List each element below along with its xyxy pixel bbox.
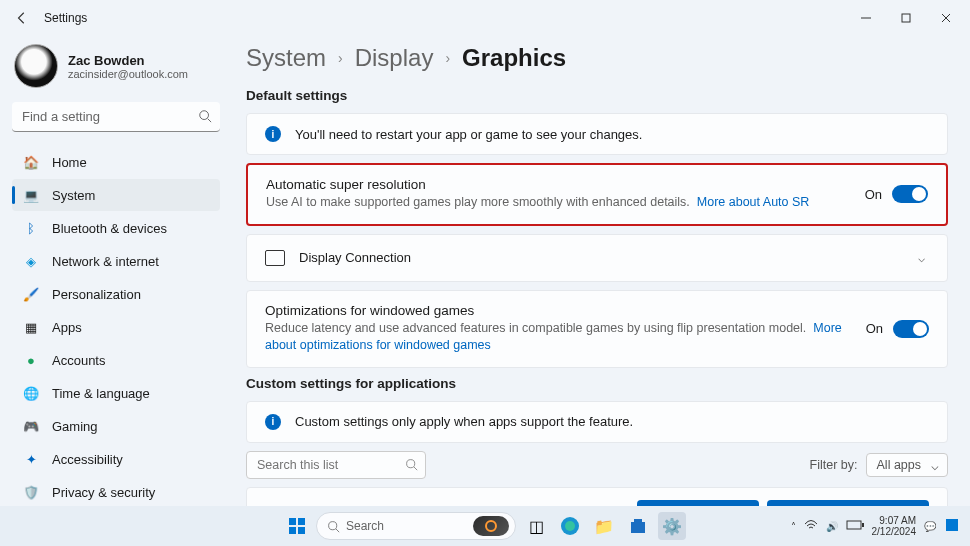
- settings-icon[interactable]: ⚙️: [658, 512, 686, 540]
- asr-title: Automatic super resolution: [266, 177, 851, 192]
- chevron-right-icon: ›: [445, 50, 450, 66]
- window-title: Settings: [44, 11, 87, 25]
- notification-tray-icon[interactable]: 💬: [924, 521, 936, 532]
- avatar: [14, 44, 58, 88]
- svg-point-4: [407, 459, 415, 467]
- close-button[interactable]: [926, 0, 966, 36]
- chevron-down-icon: ⌵: [914, 247, 929, 269]
- asr-toggle[interactable]: [892, 185, 928, 203]
- nav-personalization[interactable]: 🖌️Personalization: [12, 278, 220, 310]
- nav-label: System: [52, 188, 95, 203]
- section-custom: Custom settings for applications: [246, 376, 948, 391]
- explorer-icon[interactable]: 📁: [590, 512, 618, 540]
- taskbar-clock[interactable]: 9:07 AM 2/12/2024: [872, 515, 917, 538]
- nav-privacy[interactable]: 🛡️Privacy & security: [12, 476, 220, 508]
- nav-label: Personalization: [52, 287, 141, 302]
- back-button[interactable]: [4, 0, 40, 36]
- person-icon: ●: [22, 351, 40, 369]
- globe-icon: 🌐: [22, 384, 40, 402]
- filter-label: Filter by:: [810, 458, 858, 472]
- taskbar-time: 9:07 AM: [872, 515, 917, 527]
- svg-point-12: [486, 521, 496, 531]
- custom-info: Custom settings only apply when apps sup…: [295, 414, 929, 429]
- nav-label: Privacy & security: [52, 485, 155, 500]
- svg-line-11: [336, 528, 339, 531]
- user-name: Zac Bowden: [68, 53, 188, 68]
- shield-icon: 🛡️: [22, 483, 40, 501]
- svg-rect-7: [298, 518, 305, 525]
- list-search-input[interactable]: [246, 451, 426, 479]
- nav-network[interactable]: ◈Network & internet: [12, 245, 220, 277]
- settings-search-input[interactable]: [12, 102, 220, 132]
- wifi-icon: ◈: [22, 252, 40, 270]
- accessibility-icon: ✦: [22, 450, 40, 468]
- search-icon: [198, 109, 212, 127]
- svg-rect-16: [634, 519, 642, 522]
- asr-desc: Use AI to make supported games play more…: [266, 194, 851, 212]
- taskbar-search-label: Search: [346, 519, 384, 533]
- home-icon: 🏠: [22, 153, 40, 171]
- edge-icon[interactable]: [556, 512, 584, 540]
- volume-tray-icon[interactable]: 🔊: [826, 521, 838, 532]
- display-connection-label: Display Connection: [299, 250, 900, 265]
- svg-rect-1: [902, 14, 910, 22]
- nav-home[interactable]: 🏠Home: [12, 146, 220, 178]
- breadcrumb: System › Display › Graphics: [246, 44, 948, 72]
- nav-label: Bluetooth & devices: [52, 221, 167, 236]
- info-icon: i: [265, 126, 281, 142]
- page-title: Graphics: [462, 44, 566, 72]
- nav-system[interactable]: 💻System: [12, 179, 220, 211]
- opt-state: On: [866, 321, 883, 336]
- breadcrumb-system[interactable]: System: [246, 44, 326, 72]
- brush-icon: 🖌️: [22, 285, 40, 303]
- apps-icon: ▦: [22, 318, 40, 336]
- nav-time[interactable]: 🌐Time & language: [12, 377, 220, 409]
- asr-link[interactable]: More about Auto SR: [697, 195, 810, 209]
- copilot-tray-icon[interactable]: [944, 517, 960, 535]
- svg-rect-15: [631, 522, 645, 533]
- svg-line-5: [414, 466, 417, 469]
- taskbar-date: 2/12/2024: [872, 526, 917, 538]
- search-icon: [327, 520, 340, 533]
- svg-point-10: [329, 521, 337, 529]
- svg-rect-18: [862, 523, 864, 527]
- task-view-icon[interactable]: ◫: [522, 512, 550, 540]
- opt-desc: Reduce latency and use advanced features…: [265, 320, 852, 355]
- nav-label: Time & language: [52, 386, 150, 401]
- start-button[interactable]: [284, 513, 310, 539]
- display-connection-row[interactable]: Display Connection ⌵: [246, 234, 948, 282]
- maximize-button[interactable]: [886, 0, 926, 36]
- breadcrumb-display[interactable]: Display: [355, 44, 434, 72]
- search-icon: [405, 457, 418, 475]
- store-icon[interactable]: [624, 512, 652, 540]
- svg-rect-17: [847, 521, 861, 529]
- filter-select[interactable]: All apps: [866, 453, 948, 477]
- svg-rect-19: [946, 519, 958, 531]
- opt-toggle[interactable]: [893, 320, 929, 338]
- chevron-right-icon: ›: [338, 50, 343, 66]
- minimize-button[interactable]: [846, 0, 886, 36]
- nav-label: Gaming: [52, 419, 98, 434]
- system-icon: 💻: [22, 186, 40, 204]
- tray-chevron-icon[interactable]: ˄: [791, 521, 796, 532]
- svg-rect-8: [289, 527, 296, 534]
- battery-tray-icon[interactable]: [846, 520, 864, 532]
- nav-label: Accessibility: [52, 452, 123, 467]
- restart-info: You'll need to restart your app or game …: [295, 127, 929, 142]
- nav-label: Apps: [52, 320, 82, 335]
- nav-accounts[interactable]: ●Accounts: [12, 344, 220, 376]
- taskbar-search[interactable]: Search: [316, 512, 516, 540]
- nav-bluetooth[interactable]: ᛒBluetooth & devices: [12, 212, 220, 244]
- copilot-icon: [473, 516, 509, 536]
- gamepad-icon: 🎮: [22, 417, 40, 435]
- nav-label: Home: [52, 155, 87, 170]
- wifi-tray-icon[interactable]: [804, 519, 818, 533]
- nav-label: Network & internet: [52, 254, 159, 269]
- svg-point-14: [565, 521, 575, 531]
- user-block[interactable]: Zac Bowden zacinsider@outlook.com: [12, 44, 220, 88]
- nav-apps[interactable]: ▦Apps: [12, 311, 220, 343]
- nav-accessibility[interactable]: ✦Accessibility: [12, 443, 220, 475]
- svg-rect-6: [289, 518, 296, 525]
- section-default: Default settings: [246, 88, 948, 103]
- nav-gaming[interactable]: 🎮Gaming: [12, 410, 220, 442]
